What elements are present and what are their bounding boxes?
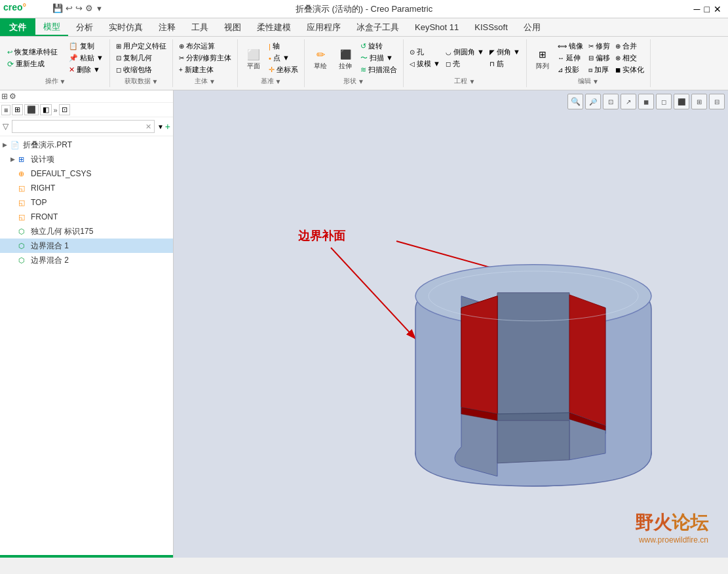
btn-point[interactable]: •点 ▼ bbox=[267, 52, 300, 64]
tree-item-blend1[interactable]: ⬡ 边界混合 1 bbox=[0, 239, 173, 253]
tree-item-right[interactable]: ◱ RIGHT bbox=[0, 181, 173, 195]
btn-split[interactable]: ✂分割/修剪主体 bbox=[177, 52, 233, 64]
tree-icon-geom: ⬡ bbox=[18, 227, 29, 236]
search-box: ✕ bbox=[12, 120, 155, 133]
btn-copy[interactable]: 📋复制 bbox=[67, 41, 105, 52]
vp-btn-fit[interactable]: ⊡ bbox=[603, 94, 619, 109]
window-close-icon[interactable]: ✕ bbox=[714, 4, 721, 14]
panel-rule-icon[interactable]: ◧ bbox=[40, 104, 52, 115]
btn-copy-geom[interactable]: ⊡复制几何 bbox=[114, 52, 168, 64]
btn-chamfer[interactable]: ◤倒角 ▼ bbox=[488, 47, 522, 58]
btn-csys[interactable]: ✛坐标系 bbox=[267, 64, 300, 75]
menu-annotation[interactable]: 注释 bbox=[151, 18, 183, 36]
btn-merge[interactable]: ⊕合并 bbox=[613, 41, 646, 52]
btn-paste[interactable]: 📌粘贴 ▼ bbox=[67, 52, 105, 64]
vp-btn-perspective[interactable]: ⊞ bbox=[691, 94, 707, 109]
btn-shell[interactable]: ◻壳 bbox=[444, 58, 486, 69]
vp-btn-shading[interactable]: ◼ bbox=[638, 94, 654, 109]
btn-extend[interactable]: ↔延伸 bbox=[556, 52, 585, 64]
tree-item-top[interactable]: ◱ TOP bbox=[0, 195, 173, 210]
tree-item-root[interactable]: ▶ 📄 折叠演示.PRT bbox=[0, 138, 173, 152]
menu-bar: 文件 模型 分析 实时仿真 注释 工具 视图 柔性建模 应用程序 冰盒子工具 K… bbox=[0, 18, 728, 37]
vp-btn-orient[interactable]: ↗ bbox=[621, 94, 636, 109]
panel-list-icon[interactable]: ≡ bbox=[1, 105, 10, 115]
btn-extrude[interactable]: ⬛ 拉伸 bbox=[334, 45, 357, 71]
tree-item-front[interactable]: ◱ FRONT bbox=[0, 210, 173, 224]
btn-draft[interactable]: ◁拔模 ▼ bbox=[408, 58, 442, 69]
btn-sketch[interactable]: ✏ 草绘 bbox=[309, 45, 332, 71]
panel-tree2-icon[interactable]: ⊞ bbox=[12, 104, 23, 115]
vp-btn-zoom-out[interactable]: 🔎 bbox=[585, 94, 601, 109]
filter-icon: ▽ bbox=[3, 122, 9, 131]
btn-restore-inherit[interactable]: ↩ 恢复继承特征 bbox=[5, 47, 60, 58]
vp-btn-zoom-in[interactable]: 🔍 bbox=[567, 94, 583, 109]
tree-item-blend2[interactable]: ⬡ 边界混合 2 bbox=[0, 253, 173, 267]
qa-settings-icon[interactable]: ⚙ bbox=[85, 3, 93, 13]
btn-offset[interactable]: ⊟偏移 bbox=[586, 52, 612, 64]
tree-expander-design[interactable]: ▶ bbox=[10, 156, 18, 163]
tree-icon-design: ⊞ bbox=[18, 155, 29, 164]
btn-revolve[interactable]: ↺旋转 bbox=[358, 41, 399, 52]
watermark-url: www.proewildfire.cn bbox=[635, 535, 708, 545]
tree-item-csys[interactable]: ⊕ DEFAULT_CSYS bbox=[0, 166, 173, 181]
btn-thicken[interactable]: ⧈加厚 bbox=[586, 64, 612, 75]
search-add-icon[interactable]: + bbox=[165, 121, 170, 132]
tree-item-design[interactable]: ▶ ⊞ 设计项 bbox=[0, 152, 173, 166]
btn-mirror[interactable]: ⟺镜像 bbox=[556, 41, 585, 52]
btn-regenerate[interactable]: ⟳ 重新生成 bbox=[5, 58, 60, 69]
panel-more-icon[interactable]: ⊡ bbox=[59, 104, 70, 115]
menu-model[interactable]: 模型 bbox=[35, 18, 68, 36]
btn-round[interactable]: ◡倒圆角 ▼ bbox=[444, 47, 486, 58]
panel-settings-icon[interactable]: ⚙ bbox=[9, 92, 16, 101]
panel-layers-icon[interactable]: ⬛ bbox=[24, 104, 39, 115]
btn-new-body[interactable]: +新建主体 bbox=[177, 64, 233, 75]
menu-view[interactable]: 视图 bbox=[216, 18, 249, 36]
btn-solidify[interactable]: ◼实体化 bbox=[613, 64, 646, 75]
qa-undo-icon[interactable]: ↩ bbox=[66, 3, 73, 13]
panel-expand-icon[interactable]: » bbox=[53, 106, 57, 114]
vp-btn-wireframe[interactable]: ◻ bbox=[656, 94, 672, 109]
btn-boolean[interactable]: ⊕布尔运算 bbox=[177, 41, 233, 52]
menu-tools[interactable]: 工具 bbox=[183, 18, 216, 36]
menu-analysis[interactable]: 分析 bbox=[68, 18, 101, 36]
tree-expander-root[interactable]: ▶ bbox=[3, 142, 10, 148]
viewport[interactable]: 🔍 🔎 ⊡ ↗ ◼ ◻ ⬛ ⊞ ⊟ 边界补面 bbox=[174, 90, 728, 558]
menu-flexible[interactable]: 柔性建模 bbox=[249, 18, 299, 36]
tree-label-root: 折叠演示.PRT bbox=[23, 140, 72, 151]
search-input[interactable] bbox=[15, 123, 145, 130]
tree-item-geom[interactable]: ⬡ 独立几何 标识175 bbox=[0, 224, 173, 239]
menu-apps[interactable]: 应用程序 bbox=[299, 18, 349, 36]
qa-redo-icon[interactable]: ↪ bbox=[75, 3, 83, 13]
btn-intersect[interactable]: ⊗相交 bbox=[613, 52, 646, 64]
menu-kisssoft[interactable]: KISSsoft bbox=[467, 18, 516, 36]
btn-trim[interactable]: ✂修剪 bbox=[586, 41, 612, 52]
btn-delete[interactable]: ✕删除 ▼ bbox=[67, 64, 105, 75]
btn-blend-sweep[interactable]: ≋扫描混合 bbox=[358, 64, 399, 75]
btn-hole[interactable]: ⊙孔 bbox=[408, 47, 442, 58]
qa-dropdown-icon[interactable]: ▼ bbox=[96, 5, 103, 12]
qa-save-icon[interactable]: 💾 bbox=[52, 3, 63, 13]
window-minimize-icon[interactable]: ─ bbox=[694, 4, 700, 14]
btn-sweep[interactable]: 〜扫描 ▼ bbox=[358, 52, 399, 64]
menu-icebox[interactable]: 冰盒子工具 bbox=[349, 18, 407, 36]
menu-keyshot[interactable]: KeyShot 11 bbox=[407, 18, 467, 36]
btn-shrinkwrap[interactable]: ◻收缩包络 bbox=[114, 64, 168, 75]
btn-axis[interactable]: |轴 bbox=[267, 41, 300, 52]
btn-pattern[interactable]: ⊞ 阵列 bbox=[531, 45, 554, 71]
search-dropdown-icon[interactable]: ▼ bbox=[157, 123, 164, 130]
ribbon-group-label-body: 主体▼ bbox=[195, 77, 216, 86]
menu-common[interactable]: 公用 bbox=[516, 18, 548, 36]
btn-rib[interactable]: ⊓筋 bbox=[488, 58, 522, 69]
menu-file[interactable]: 文件 bbox=[0, 18, 35, 36]
vp-btn-display[interactable]: ⊟ bbox=[709, 94, 725, 109]
vp-btn-hidden[interactable]: ⬛ bbox=[674, 94, 689, 109]
panel-tree-icon[interactable]: ⊞ bbox=[1, 92, 8, 101]
tree-icon-right: ◱ bbox=[18, 184, 29, 193]
btn-plane[interactable]: ⬜ 平面 bbox=[242, 45, 265, 71]
btn-project[interactable]: ⊿投影 bbox=[556, 64, 585, 75]
btn-user-feature[interactable]: ⊞用户定义特征 bbox=[114, 41, 168, 52]
search-clear-icon[interactable]: ✕ bbox=[145, 123, 151, 131]
panel-resize-handle[interactable] bbox=[0, 555, 173, 558]
window-maximize-icon[interactable]: □ bbox=[704, 4, 710, 14]
menu-simulation[interactable]: 实时仿真 bbox=[101, 18, 151, 36]
